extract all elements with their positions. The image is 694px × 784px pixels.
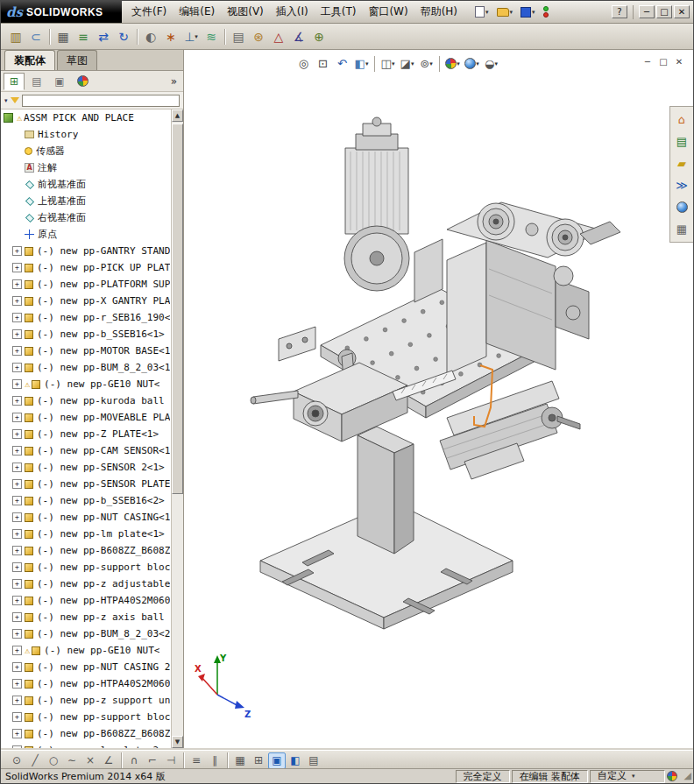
apply-scene-icon[interactable]: ▾ [463,54,481,73]
menu-item[interactable]: 窗口(W) [362,1,414,23]
expand-icon[interactable]: + [12,346,22,356]
doc-minimize-button[interactable]: − [641,54,655,68]
filter-input[interactable] [22,95,180,107]
previous-view-icon[interactable]: ↶ [333,54,351,73]
menu-item[interactable]: 编辑(E) [173,1,221,23]
tree-item[interactable]: +(-) new pp-NUT CASING<1 [1,509,171,526]
doc-close-button[interactable]: ✕ [672,54,686,68]
insert-components-icon[interactable]: ▥ [6,27,25,46]
scroll-thumb[interactable] [172,124,183,494]
move-component-icon[interactable]: ⇄ [94,27,113,46]
tree-item[interactable]: +(-) new pp-z adjustable [1,576,171,592]
tree-item[interactable]: History [1,126,171,143]
tree-item[interactable]: +(-) new pp-BUM_8_2_03<2 [1,625,171,642]
tree-item[interactable]: +⚠(-) new pp-GE10 NUT< [1,642,171,659]
quick-tips-icon[interactable] [667,771,677,781]
tree-item[interactable]: +(-) new pp-MOVEABLE PLA [1,409,171,426]
mass-properties-icon[interactable]: ⊕ [309,27,329,46]
expand-icon[interactable]: + [12,546,22,555]
design-library-icon[interactable]: ▤ [673,132,691,151]
stand-column[interactable] [358,427,414,554]
tree-item[interactable]: 传感器 [1,143,171,159]
tab-active[interactable]: 装配体 [4,50,55,70]
expand-icon[interactable]: + [12,263,22,272]
view-palette-icon[interactable]: ≫ [673,176,691,194]
smart-fasteners-icon[interactable]: ≡ [74,27,93,46]
tab-inactive[interactable]: 草图 [57,50,97,70]
scroll-up-button[interactable]: ▲ [172,109,183,122]
tree-item[interactable]: +(-) new pp-Z PLATE<1> [1,426,171,442]
scroll-down-button[interactable]: ▼ [172,736,183,748]
menu-item[interactable]: 插入(I) [270,1,315,23]
tree-item[interactable]: +(-) new pp-b_SSEB16<1> [1,326,171,343]
tree-item[interactable]: +(-) new pp-PICK UP PLAT [1,259,171,276]
spline-icon[interactable]: ∼ [63,752,81,769]
featuremanager-tab[interactable]: ⊞ [4,73,25,90]
bill-of-materials-icon[interactable]: ▤ [229,27,248,46]
exploded-view-icon[interactable]: ⊛ [249,27,268,46]
tree-item[interactable]: +(-) new pp-HTPA40S2M060 [1,592,171,609]
expand-icon[interactable]: + [12,729,22,738]
arc-icon[interactable]: ∩ [125,752,143,769]
zoom-area-icon[interactable]: ⊡ [314,54,332,73]
show-hidden-components-icon[interactable]: ◐ [141,27,160,46]
resize-grip[interactable]: ◢ [679,770,691,782]
tree-item[interactable]: +(-) new pp-PLATFORM SUP [1,276,171,293]
expand-icon[interactable]: + [12,413,22,422]
tree-item[interactable]: +(-) new pp-HTPA40S2M060 [1,675,171,692]
doc-restore-button[interactable]: □ [656,54,670,68]
sketch-table-icon[interactable]: ▤ [305,752,322,769]
tree-item[interactable]: +(-) new pp-z axis ball [1,609,171,625]
tree-item[interactable]: +(-) new pp-kuroda ball [1,392,171,409]
model-canvas[interactable]: X Y Z [184,50,693,748]
expand-icon[interactable]: + [12,745,22,748]
expand-icon[interactable]: + [12,662,22,672]
tree-item[interactable]: +(-) new pp-support bloc [1,559,171,576]
tree-item[interactable]: +(-) new pp-lm plate 2< [1,742,171,748]
propertymanager-tab[interactable]: ▤ [26,73,47,90]
expand-icon[interactable]: + [12,679,22,689]
expand-icon[interactable]: + [12,329,22,339]
custom-properties-icon[interactable]: ▦ [673,220,691,238]
open-icon[interactable]: ▾ [494,6,516,18]
angle-dimension-icon[interactable]: ∠ [100,752,117,769]
tree-root[interactable]: ⚠ASSM PICK AND PLACE [1,109,171,126]
menu-item[interactable]: 文件(F) [125,1,173,23]
assembly-features-icon[interactable]: ∗ [161,27,181,46]
expand-icon[interactable]: + [12,246,22,256]
rebuild-indicator-icon[interactable] [541,4,551,19]
tree-item[interactable]: +⚠(-) new pp-GE10 NUT< [1,376,171,392]
displaymanager-tab[interactable] [72,73,93,90]
expand-icon[interactable]: + [12,562,22,572]
line-icon[interactable]: ╱ [26,752,44,769]
file-explorer-icon[interactable]: ▰ [673,154,691,173]
right-tower[interactable] [447,240,589,374]
component-pattern-icon[interactable]: ▦ [53,27,73,46]
new-document-icon[interactable]: ▾ [472,4,492,19]
minimize-button[interactable]: ─ [639,5,655,18]
convert-entities-icon[interactable]: ≡ [188,752,205,769]
tree-item[interactable]: +(-) new pp-MOTOR BASE<1 [1,343,171,359]
tree-scrollbar[interactable]: ▲ ▼ [171,109,183,748]
tree-item[interactable]: +(-) new pp-lm plate<1> [1,526,171,542]
custom-dropdown[interactable]: 自定义 ▾ [590,770,665,783]
interference-detection-icon[interactable]: △ [269,27,288,46]
section-view-icon[interactable]: ◧▾ [352,54,371,73]
measure-icon[interactable]: ∡ [289,27,308,46]
maximize-button[interactable]: □ [656,5,672,18]
resources-home-icon[interactable]: ⌂ [673,110,691,129]
grid-snap-icon[interactable]: ⊞ [250,752,267,769]
rotate-component-icon[interactable]: ↻ [114,27,133,46]
motion-study-icon[interactable]: ≋ [202,27,221,46]
menu-item[interactable]: 帮助(H) [414,1,464,23]
expand-icon[interactable]: + [12,629,22,639]
close-button[interactable]: ✕ [674,5,690,18]
expand-icon[interactable]: + [12,646,22,655]
linear-sketch-pattern-icon[interactable]: ▦ [231,752,249,769]
mate-icon[interactable]: ⊂ [26,27,46,46]
tree-item[interactable]: 前视基准面 [1,176,171,193]
expand-icon[interactable]: + [12,529,22,539]
expand-icon[interactable]: + [12,313,22,322]
reference-geometry-icon[interactable]: ⊥▾ [181,27,201,46]
filter-dropdown-icon[interactable]: ▾ [4,97,8,104]
